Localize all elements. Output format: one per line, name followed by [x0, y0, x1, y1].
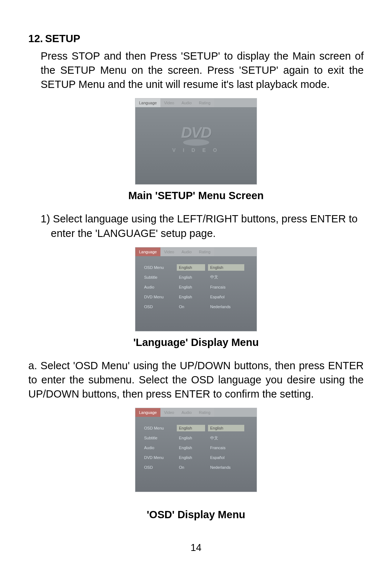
menu-label: OSD: [142, 303, 174, 310]
menu-option: Nederlands: [208, 303, 244, 310]
section-number: 12.: [28, 33, 43, 45]
menu-label: OSD: [142, 464, 174, 471]
menu-labels-col: OSD Menu Subtitle Audio DVD Menu OSD: [142, 425, 174, 471]
menu-label: OSD Menu: [142, 425, 174, 431]
menu-option: English: [208, 425, 244, 431]
tab-video: Video: [160, 98, 178, 107]
menu-label: Subtitle: [142, 274, 174, 281]
menu-option: English: [208, 264, 244, 271]
menu-label: Subtitle: [142, 435, 174, 441]
dvd-logo-text: DVD: [172, 124, 220, 141]
tab-video: Video: [160, 408, 178, 417]
dvd-logo-subtext: V I D E O: [172, 147, 220, 153]
menu-labels-col: OSD Menu Subtitle Audio DVD Menu OSD: [142, 264, 174, 310]
menu-values-col: English English English English On: [177, 425, 205, 471]
caption-language-menu: 'Language' Display Menu: [28, 337, 364, 349]
menu-value: English: [177, 444, 205, 451]
menu-label: Audio: [142, 284, 174, 290]
menu-options-col: English 中文 Francais Español Nederlands: [208, 425, 244, 471]
screenshot-main-setup: Language Video Audio Rating DVD V I D E …: [135, 98, 257, 185]
language-menu-table: OSD Menu Subtitle Audio DVD Menu OSD Eng…: [135, 256, 257, 314]
tab-rating: Rating: [195, 247, 214, 256]
document-page: 12. SETUP Press STOP and then Press 'SET…: [0, 0, 392, 568]
osd-menu-table: OSD Menu Subtitle Audio DVD Menu OSD Eng…: [135, 417, 257, 474]
menu-value: English: [177, 454, 205, 461]
tab-rating: Rating: [195, 408, 214, 417]
step-1-text: 1) Select language using the LEFT/RIGHT …: [28, 212, 364, 240]
menu-value: On: [177, 464, 205, 471]
menu-value: English: [177, 274, 205, 281]
dvd-logo: DVD V I D E O: [172, 124, 220, 153]
section-title: SETUP: [45, 33, 80, 45]
menu-option: Francais: [208, 284, 244, 290]
menu-value: English: [177, 264, 205, 271]
caption-main-setup: Main 'SETUP' Menu Screen: [28, 190, 364, 202]
caption-osd-menu: 'OSD' Display Menu: [28, 509, 364, 521]
menu-value: On: [177, 303, 205, 310]
menu-value: English: [177, 435, 205, 441]
setup-tabs: Language Video Audio Rating: [135, 408, 257, 417]
paragraph-intro: Press STOP and then Press 'SETUP' to dis…: [41, 49, 364, 92]
tab-audio: Audio: [178, 408, 195, 417]
menu-value: English: [177, 294, 205, 300]
paragraph-a: a. Select 'OSD Menu' using the UP/DOWN b…: [28, 359, 364, 401]
screenshot-osd-menu: Language Video Audio Rating OSD Menu Sub…: [135, 408, 257, 492]
menu-option: 中文: [208, 435, 244, 441]
menu-value: English: [177, 284, 205, 290]
menu-label: Audio: [142, 444, 174, 451]
tab-audio: Audio: [178, 98, 195, 107]
tab-video: Video: [160, 247, 178, 256]
setup-tabs: Language Video Audio Rating: [135, 98, 257, 107]
menu-option: Nederlands: [208, 464, 244, 471]
menu-label: DVD Menu: [142, 294, 174, 300]
tab-language: Language: [135, 98, 160, 107]
tab-language: Language: [135, 408, 160, 417]
tab-audio: Audio: [178, 247, 195, 256]
page-number: 14: [0, 542, 392, 553]
menu-label: DVD Menu: [142, 454, 174, 461]
dvd-disc-icon: [183, 139, 209, 146]
menu-options-col: English 中文 Francais Español Nederlands: [208, 264, 244, 310]
menu-option: Español: [208, 294, 244, 300]
screenshot-language-menu: Language Video Audio Rating OSD Menu Sub…: [135, 247, 257, 331]
tab-rating: Rating: [195, 98, 214, 107]
section-heading: 12. SETUP: [28, 33, 364, 45]
setup-tabs: Language Video Audio Rating: [135, 247, 257, 256]
menu-label: OSD Menu: [142, 264, 174, 271]
menu-values-col: English English English English On: [177, 264, 205, 310]
menu-value: English: [177, 425, 205, 431]
menu-option: Español: [208, 454, 244, 461]
menu-option: 中文: [208, 274, 244, 281]
tab-language: Language: [135, 247, 160, 256]
menu-option: Francais: [208, 444, 244, 451]
